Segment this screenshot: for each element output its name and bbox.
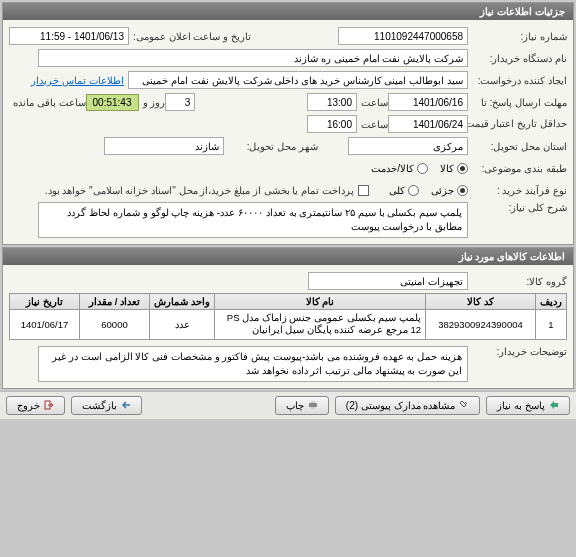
panel1-title: جزئیات اطلاعات نیاز	[3, 3, 573, 20]
creator-label: ایجاد کننده درخواست:	[472, 75, 567, 86]
notes-label: توضیحات خریدار:	[472, 346, 567, 357]
province-field: مرکزی	[348, 137, 468, 155]
svg-rect-1	[311, 401, 315, 403]
radio-icon	[417, 163, 428, 174]
cell-idx: 1	[536, 310, 567, 340]
reply-button[interactable]: پاسخ به نیاز	[486, 396, 570, 415]
cell-qty: 60000	[80, 310, 150, 340]
back-icon	[121, 400, 131, 410]
announce-label: تاریخ و ساعت اعلان عمومی:	[133, 31, 251, 42]
valid-label: حداقل تاریخ اعتبار قیمت/تا تاریخ:	[472, 118, 567, 130]
proc-group: جزئی کلی	[389, 185, 468, 196]
classification-group: کالا کالا/خدمت	[371, 163, 468, 174]
group-field: تجهیزات امنیتی	[308, 272, 468, 290]
contact-link[interactable]: اطلاعات تماس خریدار	[31, 75, 124, 86]
radio-partial[interactable]: جزئی	[431, 185, 468, 196]
radio-service[interactable]: کالا/خدمت	[371, 163, 428, 174]
radio-kala[interactable]: کالا	[440, 163, 468, 174]
days-label: روز و	[143, 97, 166, 108]
svg-rect-0	[309, 403, 317, 407]
col-code: کد کالا	[426, 294, 536, 310]
radio-full[interactable]: کلی	[389, 185, 419, 196]
reply-icon	[549, 400, 559, 410]
creator-field: سید ابوطالب امینی کارشناس خرید های داخلی…	[128, 71, 468, 89]
table-row[interactable]: 1 3829300924390004 پلمپ سیم بکسلی عمومی …	[10, 310, 567, 340]
valid-date: 1401/06/24	[388, 115, 468, 133]
remain-label: ساعت باقی مانده	[13, 97, 86, 108]
back-button[interactable]: بازگشت	[71, 396, 142, 415]
col-idx: ردیف	[536, 294, 567, 310]
cell-unit: عدد	[150, 310, 215, 340]
province-label: استان محل تحویل:	[472, 141, 567, 152]
attachments-button[interactable]: مشاهده مدارک پیوستی (2)	[335, 396, 481, 415]
button-bar: پاسخ به نیاز مشاهده مدارک پیوستی (2) چاپ…	[0, 391, 576, 419]
time-label-2: ساعت	[361, 119, 388, 130]
exit-icon	[44, 400, 54, 410]
buyer-field: شرکت پالایش نفت امام خمینی ره شازند	[38, 49, 468, 67]
attachment-icon	[459, 400, 469, 410]
time-label-1: ساعت	[361, 97, 388, 108]
treasury-checkbox[interactable]	[358, 185, 369, 196]
need-no-label: شماره نیاز:	[472, 31, 567, 42]
countdown: 00:51:43	[86, 94, 139, 111]
deadline-time: 13:00	[307, 93, 357, 111]
radio-icon	[457, 185, 468, 196]
classification-label: طبقه بندی موضوعی:	[472, 163, 567, 174]
radio-icon	[408, 185, 419, 196]
need-details-panel: جزئیات اطلاعات نیاز شماره نیاز: 11010924…	[2, 2, 574, 245]
days-field: 3	[165, 93, 195, 111]
group-label: گروه کالا:	[472, 276, 567, 287]
panel2-title: اطلاعات کالاهای مورد نیاز	[3, 248, 573, 265]
col-name: نام کالا	[215, 294, 426, 310]
cell-name: پلمپ سیم بکسلی عمومی جنس زاماک مدل PS 12…	[215, 310, 426, 340]
print-button[interactable]: چاپ	[275, 396, 329, 415]
radio-icon	[457, 163, 468, 174]
desc-field: پلمپ سیم بکسلی با سیم ۲۵ سانتیمتری به تع…	[38, 202, 468, 238]
notes-field: هزینه حمل به عهده فروشنده می باشد-پیوست …	[38, 346, 468, 382]
exit-button[interactable]: خروج	[6, 396, 65, 415]
city-field: شازند	[104, 137, 224, 155]
cell-date: 1401/06/17	[10, 310, 80, 340]
col-unit: واحد شمارش	[150, 294, 215, 310]
treasury-note: پرداخت تمام یا بخشی از مبلغ خرید،از محل …	[45, 185, 354, 196]
deadline-date: 1401/06/16	[388, 93, 468, 111]
col-qty: تعداد / مقدار	[80, 294, 150, 310]
print-icon	[308, 400, 318, 410]
city-label: شهر محل تحویل:	[228, 141, 318, 152]
panel1-body: شماره نیاز: 1101092447000658 تاریخ و ساع…	[3, 20, 573, 244]
items-panel: اطلاعات کالاهای مورد نیاز گروه کالا: تجه…	[2, 247, 574, 389]
table-header-row: ردیف کد کالا نام کالا واحد شمارش تعداد /…	[10, 294, 567, 310]
proc-label: نوع فرآیند خرید :	[472, 185, 567, 196]
items-table: ردیف کد کالا نام کالا واحد شمارش تعداد /…	[9, 293, 567, 340]
cell-code: 3829300924390004	[426, 310, 536, 340]
svg-rect-2	[311, 407, 315, 409]
deadline-label: مهلت ارسال پاسخ: تا	[472, 97, 567, 108]
panel2-body: گروه کالا: تجهیزات امنیتی ردیف کد کالا ن…	[3, 265, 573, 388]
announce-field: 1401/06/13 - 11:59	[9, 27, 129, 45]
col-date: تاریخ نیاز	[10, 294, 80, 310]
need-no-field: 1101092447000658	[338, 27, 468, 45]
valid-time: 16:00	[307, 115, 357, 133]
buyer-label: نام دستگاه خریدار:	[472, 53, 567, 64]
desc-label: شرح کلی نیاز:	[472, 202, 567, 213]
